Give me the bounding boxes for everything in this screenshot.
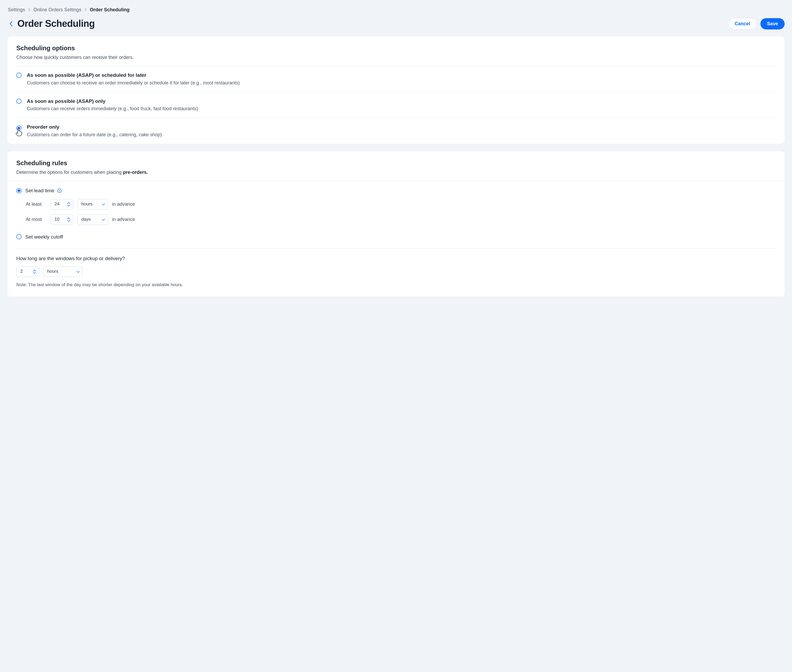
option-desc: Customers can order for a future date (e… <box>27 131 162 138</box>
stepper-arrows-icon[interactable] <box>33 270 36 274</box>
page-header: Order Scheduling Cancel Save <box>7 17 785 30</box>
chevron-right-icon <box>28 8 30 11</box>
scheduling-options-card: Scheduling options Choose how quickly cu… <box>7 36 785 144</box>
breadcrumb-current: Order Scheduling <box>90 6 130 13</box>
stepper-arrows-icon[interactable] <box>67 202 70 206</box>
chevron-down-icon <box>102 203 105 205</box>
scheduling-options-title: Scheduling options <box>16 44 776 53</box>
window-unit: hours <box>47 268 58 275</box>
option-desc: Customers can receive orders immediately… <box>27 105 198 112</box>
breadcrumb: Settings Online Orders Settings Order Sc… <box>7 3 785 14</box>
at-most-unit: days <box>81 216 91 223</box>
rule-weekly-cutoff[interactable]: Set weekly cutoff <box>16 229 776 241</box>
scheduling-rules-subtitle: Determine the options for customers when… <box>16 169 776 176</box>
at-least-value-stepper[interactable]: 24 <box>51 199 73 210</box>
option-desc: Customers can choose to receive an order… <box>27 80 240 86</box>
scheduling-rules-card: Scheduling rules Determine the options f… <box>7 151 785 296</box>
svg-rect-2 <box>59 190 60 192</box>
back-button[interactable] <box>7 20 15 27</box>
chevron-left-icon <box>9 21 13 27</box>
at-most-unit-select[interactable]: days <box>77 214 108 225</box>
chevron-right-icon <box>85 8 87 11</box>
chevron-down-icon <box>77 270 80 273</box>
window-value-stepper[interactable]: 2 <box>16 266 39 277</box>
at-least-label: At least <box>26 201 46 208</box>
window-unit-select[interactable]: hours <box>43 266 83 277</box>
option-title: As soon as possible (ASAP) or scheduled … <box>27 72 240 79</box>
cancel-button[interactable]: Cancel <box>728 18 757 29</box>
at-most-value: 10 <box>55 216 59 223</box>
scheduling-rules-title: Scheduling rules <box>16 158 776 168</box>
cursor-pointer-icon <box>15 127 22 136</box>
window-question: How long are the windows for pickup or d… <box>16 255 776 262</box>
at-least-value: 24 <box>55 201 59 208</box>
in-advance-label: in advance <box>112 216 135 223</box>
option-asap-only[interactable]: As soon as possible (ASAP) only Customer… <box>16 92 776 118</box>
stepper-arrows-icon[interactable] <box>67 218 70 222</box>
window-note: Note: The last window of the day may be … <box>16 282 776 288</box>
breadcrumb-online-orders-settings[interactable]: Online Orders Settings <box>34 6 81 13</box>
breadcrumb-settings[interactable]: Settings <box>8 6 25 13</box>
at-least-unit-select[interactable]: hours <box>77 199 108 210</box>
radio-checked-icon[interactable] <box>16 188 22 193</box>
option-title: Preorder only <box>27 123 162 131</box>
option-preorder-only[interactable]: Preorder only Customers can order for a … <box>16 118 776 144</box>
svg-point-1 <box>59 189 60 190</box>
radio-unchecked-icon[interactable] <box>16 99 22 104</box>
chevron-down-icon <box>102 219 105 221</box>
option-title: As soon as possible (ASAP) only <box>27 98 198 105</box>
lead-time-at-most-row: At most 10 days in advance <box>26 214 776 225</box>
rule-lead-time[interactable]: Set lead time <box>16 182 776 194</box>
scheduling-options-subtitle: Choose how quickly customers can receive… <box>16 54 776 61</box>
at-least-unit: hours <box>81 201 93 208</box>
at-most-value-stepper[interactable]: 10 <box>51 214 73 225</box>
lead-time-at-least-row: At least 24 hours in advance <box>26 199 776 210</box>
save-button[interactable]: Save <box>760 18 785 29</box>
option-asap-or-scheduled[interactable]: As soon as possible (ASAP) or scheduled … <box>16 66 776 92</box>
at-most-label: At most <box>26 216 46 223</box>
radio-unchecked-icon[interactable] <box>16 234 22 239</box>
window-duration-row: 2 hours <box>16 266 776 277</box>
rule-lead-time-label: Set lead time <box>25 187 55 194</box>
rule-weekly-cutoff-label: Set weekly cutoff <box>25 233 63 241</box>
window-value: 2 <box>20 268 22 275</box>
in-advance-label: in advance <box>112 201 135 208</box>
radio-unchecked-icon[interactable] <box>16 73 22 78</box>
info-icon[interactable] <box>57 188 62 193</box>
page-title: Order Scheduling <box>18 17 95 30</box>
